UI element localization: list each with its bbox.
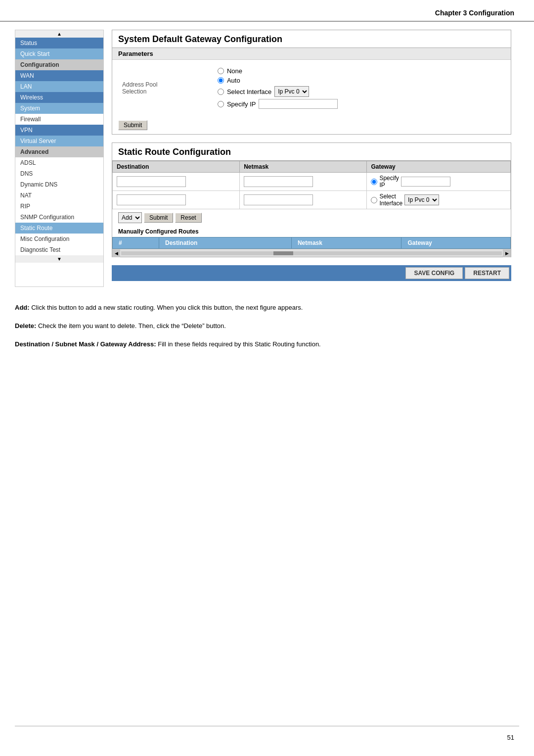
address-pool-options: None Auto Select Interface Ip Pvc 0 bbox=[215, 65, 504, 111]
sidebar-item-diagnostic[interactable]: Diagnostic Test bbox=[15, 244, 103, 255]
col-netmask: Netmask bbox=[240, 161, 367, 173]
manual-routes-header: Manually Configured Routes bbox=[112, 226, 511, 237]
gateway-specify-label: SpecifyIP bbox=[379, 175, 399, 189]
delete-bold: Delete: bbox=[15, 322, 36, 330]
horizontal-scrollbar[interactable]: ◀ ▶ bbox=[112, 249, 511, 257]
params-header: Parameters bbox=[112, 48, 511, 60]
route-reset-button[interactable]: Reset bbox=[175, 213, 201, 223]
radio-select-interface-row: Select Interface Ip Pvc 0 bbox=[218, 85, 501, 98]
add-text: Click this button to add a new static ro… bbox=[31, 304, 303, 311]
sidebar-item-system[interactable]: System bbox=[15, 103, 103, 114]
sidebar-item-virtual-server[interactable]: Virtual Server bbox=[15, 136, 103, 146]
descriptions-area: Add: Click this button to add a new stat… bbox=[0, 295, 534, 365]
config-col-netmask: Netmask bbox=[291, 237, 401, 249]
col-gateway: Gateway bbox=[367, 161, 511, 173]
configured-routes-table: # Destination Netmask Gateway bbox=[112, 237, 511, 249]
destination-input-2[interactable] bbox=[117, 194, 186, 205]
static-route-title: Static Route Configuration bbox=[112, 143, 511, 161]
sidebar-scroll-up[interactable]: ▲ bbox=[15, 30, 103, 38]
sidebar-scroll-down[interactable]: ▼ bbox=[15, 255, 103, 263]
add-description: Add: Click this button to add a new stat… bbox=[15, 303, 519, 313]
radio-specify-ip[interactable] bbox=[218, 101, 224, 107]
gateway-submit-button[interactable]: Submit bbox=[118, 120, 147, 130]
gateway-interface-label: SelectInterface bbox=[379, 193, 402, 207]
sidebar-item-vpn[interactable]: VPN bbox=[15, 125, 103, 136]
radio-none-label: None bbox=[227, 67, 242, 75]
radio-specify-ip-row: Specify IP bbox=[218, 98, 501, 110]
hscroll-thumb bbox=[273, 251, 293, 255]
gateway-submit-row: Submit bbox=[112, 116, 511, 134]
route-entry-row-1: SpecifyIP bbox=[113, 173, 511, 191]
gateway-config-title: System Default Gateway Configuration bbox=[112, 30, 511, 48]
content-area: System Default Gateway Configuration Par… bbox=[104, 30, 519, 287]
sidebar: ▲ StatusQuick StartConfigurationWANLANWi… bbox=[15, 30, 104, 287]
sidebar-item-misc[interactable]: Misc Configuration bbox=[15, 234, 103, 244]
col-destination: Destination bbox=[113, 161, 240, 173]
save-config-button[interactable]: SAVE CONFIG bbox=[405, 267, 463, 279]
config-col-gateway: Gateway bbox=[401, 237, 511, 249]
config-col-destination: Destination bbox=[159, 237, 291, 249]
sidebar-item-static-route[interactable]: Static Route bbox=[15, 223, 103, 234]
route-submit-button[interactable]: Submit bbox=[144, 213, 173, 223]
radio-select-interface-label: Select Interface bbox=[227, 88, 271, 95]
radio-select-interface[interactable] bbox=[218, 89, 224, 95]
radio-auto-row: Auto bbox=[218, 76, 501, 85]
address-pool-label: Address PoolSelection bbox=[119, 65, 214, 111]
static-route-section: Static Route Configuration Destination N… bbox=[112, 142, 511, 257]
gateway-select-interface-option: SelectInterface Ip Pvc 0 bbox=[371, 193, 506, 207]
gateway-radio-specify[interactable] bbox=[371, 179, 377, 185]
sidebar-item-dynamic-dns[interactable]: Dynamic DNS bbox=[15, 179, 103, 190]
sidebar-item-advanced[interactable]: Advanced bbox=[15, 146, 103, 157]
sidebar-item-adsl[interactable]: ADSL bbox=[15, 157, 103, 168]
netmask-input-1[interactable] bbox=[244, 176, 313, 187]
hscroll-right-arrow[interactable]: ▶ bbox=[503, 249, 511, 257]
sidebar-item-wireless[interactable]: Wireless bbox=[15, 92, 103, 103]
gateway-interface-select[interactable]: Ip Pvc 0 bbox=[404, 194, 439, 205]
gateway-config-section: System Default Gateway Configuration Par… bbox=[112, 30, 511, 135]
gateway-cell-1: SpecifyIP bbox=[367, 173, 511, 191]
sidebar-item-nat[interactable]: NAT bbox=[15, 190, 103, 201]
delete-text: Check the item you want to delete. Then,… bbox=[38, 322, 226, 330]
route-entry-table: Destination Netmask Gateway SpecifyIP bbox=[112, 161, 511, 209]
bottom-bar: SAVE CONFIG RESTART bbox=[112, 265, 511, 281]
destination-bold: Destination / Subnet Mask / Gateway Addr… bbox=[15, 340, 156, 348]
sidebar-item-status[interactable]: Status bbox=[15, 38, 103, 48]
page-footer-rule bbox=[15, 726, 519, 726]
sidebar-item-lan[interactable]: LAN bbox=[15, 81, 103, 92]
gateway-specify-ip-option: SpecifyIP bbox=[371, 175, 506, 189]
radio-auto-label: Auto bbox=[227, 77, 240, 84]
radio-auto[interactable] bbox=[218, 77, 224, 84]
destination-text: Fill in these fields required by this St… bbox=[158, 340, 321, 348]
chapter-title: Chapter 3 Configuration bbox=[435, 9, 514, 17]
route-entry-row-2: SelectInterface Ip Pvc 0 bbox=[113, 191, 511, 209]
config-col-hash: # bbox=[113, 237, 159, 249]
radio-none-row: None bbox=[218, 66, 501, 76]
delete-description: Delete: Check the item you want to delet… bbox=[15, 321, 519, 331]
radio-none[interactable] bbox=[218, 68, 224, 74]
sidebar-item-firewall[interactable]: Firewall bbox=[15, 114, 103, 125]
add-select[interactable]: Add bbox=[118, 212, 142, 223]
page-number: 51 bbox=[507, 734, 514, 741]
interface-select[interactable]: Ip Pvc 0 bbox=[274, 86, 309, 97]
destination-description: Destination / Subnet Mask / Gateway Addr… bbox=[15, 339, 519, 350]
chapter-header: Chapter 3 Configuration bbox=[0, 0, 534, 22]
hscroll-track bbox=[121, 251, 502, 255]
sidebar-item-snmp[interactable]: SNMP Configuration bbox=[15, 212, 103, 223]
gateway-specify-input[interactable] bbox=[401, 177, 450, 187]
gateway-params-table: Address PoolSelection None Auto Selec bbox=[112, 60, 511, 116]
add-bold: Add: bbox=[15, 304, 30, 311]
gateway-radio-interface[interactable] bbox=[371, 197, 377, 203]
specify-ip-input[interactable] bbox=[259, 99, 338, 109]
netmask-input-2[interactable] bbox=[244, 194, 313, 205]
destination-input-1[interactable] bbox=[117, 176, 186, 187]
hscroll-left-arrow[interactable]: ◀ bbox=[112, 249, 120, 257]
gateway-cell-2: SelectInterface Ip Pvc 0 bbox=[367, 191, 511, 209]
sidebar-item-configuration[interactable]: Configuration bbox=[15, 59, 103, 70]
sidebar-item-rip[interactable]: RIP bbox=[15, 201, 103, 212]
sidebar-item-wan[interactable]: WAN bbox=[15, 70, 103, 81]
route-action-row: Add Submit Reset bbox=[112, 209, 511, 226]
sidebar-item-quick-start[interactable]: Quick Start bbox=[15, 48, 103, 59]
sidebar-item-dns[interactable]: DNS bbox=[15, 168, 103, 179]
radio-specify-ip-label: Specify IP bbox=[227, 100, 256, 108]
restart-button[interactable]: RESTART bbox=[465, 267, 509, 279]
